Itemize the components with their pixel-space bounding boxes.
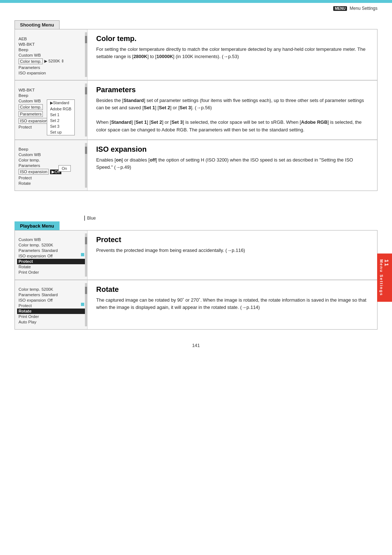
menu-item-iso3: ISO expansion ▶Off	[17, 168, 85, 175]
dropdown-item-setup: Set up	[47, 129, 74, 135]
header-title: MENU Menu Settings	[0, 3, 392, 13]
menu-scrollbar-thumb4	[85, 237, 87, 244]
dropdown-item-set1: Set 1	[47, 112, 74, 118]
menu-item-color-temp2-label: Color temp.	[19, 104, 43, 110]
menu-item-color-temp: Color temp. ▶ 5200K ⇕	[17, 58, 85, 65]
section-gap	[15, 204, 377, 216]
menu-item-parameters5: Parameters Standard	[17, 292, 85, 298]
menu-item-auto-play5: Auto Play	[17, 319, 85, 325]
iso-expansion-title: ISO expansion	[96, 145, 368, 154]
blue-indicator2	[81, 303, 84, 306]
menu-scrollbar2	[85, 83, 87, 136]
menu-item-protect5: Protect	[17, 303, 85, 309]
menu-item-print-order4: Print Order	[17, 270, 85, 275]
menu-item-wb-bkt2: WB-BKT	[17, 87, 85, 93]
iso-expansion-entry: Beep Custom WB Color temp. Parameters IS…	[15, 140, 377, 191]
shooting-menu-section: Shooting Menu AEB WB-BKT Beep Custom WB …	[15, 20, 377, 191]
page-number: 141	[15, 343, 377, 348]
parameters-menu-panel: WB-BKT Beep Custom WB Color temp. Parame…	[15, 81, 87, 139]
color-temp-content: Color temp. For setting the color temper…	[87, 29, 377, 80]
menu-item-custom-wb3: Custom WB	[17, 152, 85, 158]
dropdown-item-set3: Set 3	[47, 123, 74, 129]
playback-menu-tab: Playback Menu	[15, 221, 60, 230]
rotate-title: Rotate	[96, 285, 368, 294]
menu-scrollbar-thumb	[85, 36, 87, 43]
menu-item-beep: Beep	[17, 47, 85, 52]
right-tab: 11 Menu Settings	[377, 253, 392, 302]
menu-icon-box: MENU	[333, 6, 347, 11]
menu-item-parameters3: Parameters	[17, 163, 85, 168]
parameters-content: Parameters Besides the [Standard] set of…	[87, 81, 377, 139]
menu-item-custom-wb4: Custom WB	[17, 237, 85, 242]
rotate-content: Rotate The captured image can be rotated…	[87, 280, 377, 329]
menu-scrollbar5	[85, 283, 87, 326]
menu-item-color-temp5: Color temp. 5200K	[17, 287, 85, 292]
menu-item-wb-bkt: WB-BKT	[17, 41, 85, 47]
menu-item-parameters2-label: Parameters	[19, 111, 43, 117]
blue-annotation-row: Blue	[84, 216, 377, 221]
protect-title: Protect	[96, 236, 368, 244]
blue-indicator	[81, 253, 84, 256]
iso-dropdown: On	[58, 165, 71, 172]
menu-item-print-order5: Print Order	[17, 314, 85, 319]
right-tab-number: 11	[384, 259, 390, 294]
protect-entry: Custom WB Color temp. 5200K Parameters S…	[15, 230, 377, 280]
menu-scrollbar-thumb5	[85, 287, 87, 294]
iso-expansion-menu-panel: Beep Custom WB Color temp. Parameters IS…	[15, 140, 87, 191]
menu-item-iso3-label: ISO expansion	[19, 169, 49, 175]
dropdown-item-on: On	[59, 166, 70, 171]
rotate-entry: Color temp. 5200K Parameters Standard IS…	[15, 280, 377, 329]
menu-item-iso-expansion: ISO expansion	[17, 70, 85, 76]
color-temp-entry: AEB WB-BKT Beep Custom WB Color temp. ▶ …	[15, 29, 377, 80]
menu-item-color-temp-value: ▶ 5200K ⇕	[44, 59, 64, 64]
blue-connector-line	[84, 216, 85, 221]
menu-item-rotate4: Rotate	[17, 264, 85, 270]
menu-item-color-temp4: Color temp. 5200K	[17, 242, 85, 248]
menu-item-custom-wb: Custom WB	[17, 52, 85, 58]
iso-expansion-desc: Enables [on] or disables [off] the optio…	[96, 156, 368, 171]
rotate-menu-panel: Color temp. 5200K Parameters Standard IS…	[15, 280, 87, 329]
protect-menu-panel: Custom WB Color temp. 5200K Parameters S…	[15, 230, 87, 279]
color-temp-desc: For setting the color temperature direct…	[96, 46, 368, 60]
menu-item-protect3: Protect	[17, 175, 85, 181]
blue-annotation-text: Blue	[87, 216, 96, 221]
parameters-desc: Besides the [Standard] set of parameter …	[96, 97, 368, 134]
protect-desc: Prevents the protected image from being …	[96, 247, 368, 254]
menu-scrollbar	[85, 32, 87, 77]
parameters-entry: WB-BKT Beep Custom WB Color temp. Parame…	[15, 81, 377, 140]
menu-item-beep2: Beep	[17, 93, 85, 98]
rotate-desc: The captured image can be rotated by 90˚…	[96, 297, 368, 311]
menu-scrollbar-thumb2	[85, 87, 87, 94]
color-temp-menu-panel: AEB WB-BKT Beep Custom WB Color temp. ▶ …	[15, 29, 87, 80]
shooting-menu-tab: Shooting Menu	[15, 20, 60, 29]
menu-scrollbar4	[85, 233, 87, 277]
menu-item-color-temp3: Color temp.	[17, 158, 85, 163]
menu-item-beep3: Beep	[17, 147, 85, 152]
menu-item-parameters4: Parameters Standard	[17, 248, 85, 253]
menu-item-iso5: ISO expansion Off	[17, 298, 85, 303]
header-bar	[0, 0, 392, 3]
header-title-text: Menu Settings	[350, 6, 377, 11]
parameters-dropdown: ▶Standard Adobe RGB Set 1 Set 2 Set 3 Se…	[47, 99, 75, 135]
playback-menu-section: Blue Playback Menu Custom WB Color temp.…	[15, 216, 377, 330]
dropdown-item-standard: ▶Standard	[47, 100, 74, 106]
color-temp-title: Color temp.	[96, 34, 368, 43]
menu-item-iso2-label: ISO expansion	[19, 118, 49, 124]
menu-item-rotate5: Rotate	[17, 309, 85, 314]
menu-item-color-temp-label: Color temp.	[19, 58, 43, 64]
parameters-title: Parameters	[96, 86, 368, 94]
menu-item-aeb: AEB	[17, 36, 85, 41]
menu-item-parameters: Parameters	[17, 65, 85, 70]
iso-expansion-content: ISO expansion Enables [on] or disables […	[87, 140, 377, 191]
dropdown-item-set2: Set 2	[47, 118, 74, 123]
menu-scrollbar-thumb3	[85, 147, 87, 154]
menu-scrollbar3	[85, 143, 87, 188]
menu-item-iso4: ISO expansion Off	[17, 253, 85, 259]
menu-item-rotate3: Rotate	[17, 181, 85, 186]
right-tab-label: Menu Settings	[379, 259, 384, 296]
protect-content: Protect Prevents the protected image fro…	[87, 230, 377, 279]
menu-item-protect4: Protect	[17, 259, 85, 264]
dropdown-item-adobe-rgb: Adobe RGB	[47, 106, 74, 112]
